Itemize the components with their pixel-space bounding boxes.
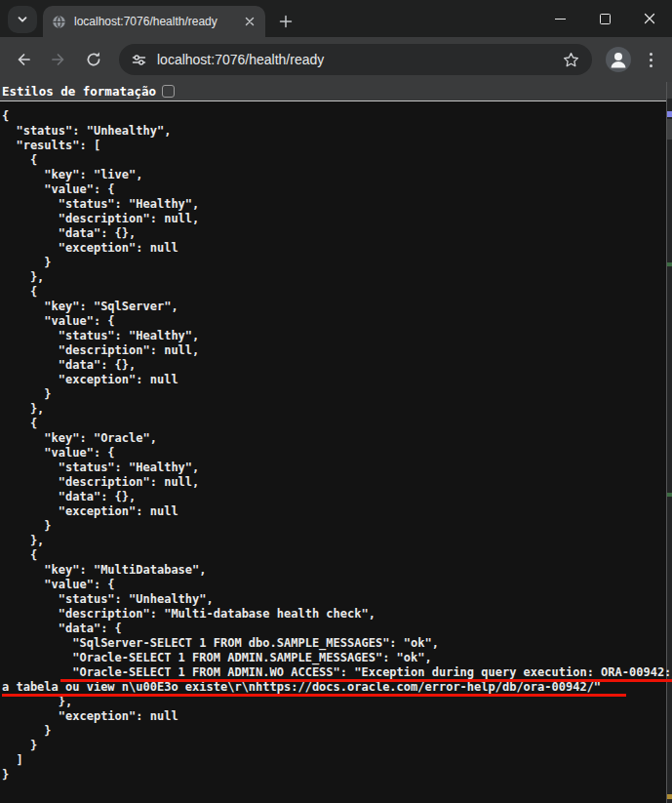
json-line: }, [2, 270, 672, 285]
json-line: } [2, 768, 672, 783]
browser-menu-button[interactable] [639, 45, 662, 74]
chevron-down-icon [16, 13, 29, 26]
json-line: } [2, 739, 672, 753]
arrow-right-icon [50, 51, 67, 68]
person-avatar-icon [606, 47, 631, 72]
json-line: }, [2, 534, 672, 548]
red-underline-annotation [60, 679, 672, 682]
active-tab[interactable]: localhost:7076/health/ready [43, 6, 265, 37]
json-line: "value": { [2, 578, 672, 592]
tab-close-icon[interactable] [242, 14, 257, 29]
json-line: { [2, 109, 672, 124]
json-line: "value": { [2, 314, 672, 329]
json-line: { [2, 548, 672, 563]
json-line: "status": "Unhealthy", [2, 124, 672, 139]
json-line: } [2, 256, 672, 270]
json-line: "data": {}, [2, 358, 672, 373]
new-tab-button[interactable] [273, 9, 298, 34]
tune-sliders-icon[interactable] [131, 52, 147, 68]
json-line: "data": { [2, 622, 672, 636]
json-line: a tabela ou view n\u00E3o existe\r\nhttp… [2, 680, 672, 695]
json-line: } [2, 724, 672, 739]
profile-avatar-button[interactable] [606, 47, 631, 72]
window-controls [537, 0, 672, 37]
globe-icon [52, 15, 66, 29]
json-line: "exception": null [2, 241, 672, 256]
json-line: "exception": null [2, 504, 672, 519]
json-line: "Oracle-SELECT 1 FROM ADMIN.SAMPLE_MESSA… [2, 651, 672, 665]
json-line: } [2, 387, 672, 402]
json-line: "description": null, [2, 212, 672, 226]
json-line: "value": { [2, 182, 672, 197]
json-line: "Oracle-SELECT 1 FROM ADMIN.WO ACCESS": … [2, 665, 672, 680]
arrow-left-icon [15, 51, 32, 68]
plus-icon [279, 15, 293, 28]
json-line: "description": "Multi-database health ch… [2, 607, 672, 622]
close-button[interactable] [627, 0, 672, 37]
json-line: "description": null, [2, 343, 672, 358]
json-line: "status": "Healthy", [2, 461, 672, 475]
json-line: "description": null, [2, 475, 672, 490]
json-line: "status": "Healthy", [2, 329, 672, 343]
pretty-print-checkbox[interactable] [162, 85, 175, 98]
pretty-print-bar: Estilos de formatação [0, 82, 672, 101]
json-line: "exception": null [2, 373, 672, 387]
browser-toolbar: localhost:7076/health/ready [0, 37, 672, 82]
tab-search-button[interactable] [8, 6, 37, 33]
maximize-button[interactable] [582, 0, 627, 37]
json-line: "key": "Oracle", [2, 431, 672, 446]
url-text[interactable]: localhost:7076/health/ready [157, 52, 562, 67]
json-body: { "status": "Unhealthy", "results": [ { … [0, 101, 672, 803]
json-line: "key": "SqlServer", [2, 300, 672, 314]
reload-icon [85, 51, 102, 68]
json-line: "status": "Unhealthy", [2, 592, 672, 607]
close-icon [644, 13, 655, 24]
json-line: ] [2, 753, 672, 768]
json-line: { [2, 417, 672, 431]
json-line: }, [2, 695, 672, 709]
scrollbar-cap [667, 82, 672, 99]
tab-bar: localhost:7076/health/ready [0, 0, 672, 37]
json-line: "value": { [2, 446, 672, 461]
json-line: "key": "live", [2, 168, 672, 182]
address-bar[interactable]: localhost:7076/health/ready [119, 44, 592, 75]
pretty-print-label: Estilos de formatação [2, 84, 156, 99]
reload-button[interactable] [79, 45, 108, 74]
json-line: "status": "Healthy", [2, 197, 672, 212]
json-line: "exception": null [2, 709, 672, 724]
tab-title: localhost:7076/health/ready [74, 15, 236, 28]
star-icon[interactable] [562, 51, 580, 69]
back-button[interactable] [9, 45, 38, 74]
maximize-icon [600, 14, 611, 24]
red-underline-annotation [2, 694, 626, 697]
json-line: "results": [ [2, 139, 672, 153]
json-line: { [2, 153, 672, 168]
forward-button[interactable] [44, 45, 73, 74]
json-line: "SqlServer-SELECT 1 FROM dbo.SAMPLE_MESS… [2, 636, 672, 651]
json-line: } [2, 519, 672, 534]
json-line: }, [2, 402, 672, 417]
json-line: { [2, 285, 672, 300]
minimize-button[interactable] [537, 0, 582, 37]
json-line: "data": {}, [2, 226, 672, 241]
json-line: "key": "MultiDatabase", [2, 563, 672, 578]
json-line: "data": {}, [2, 490, 672, 504]
minimize-icon [555, 19, 566, 20]
